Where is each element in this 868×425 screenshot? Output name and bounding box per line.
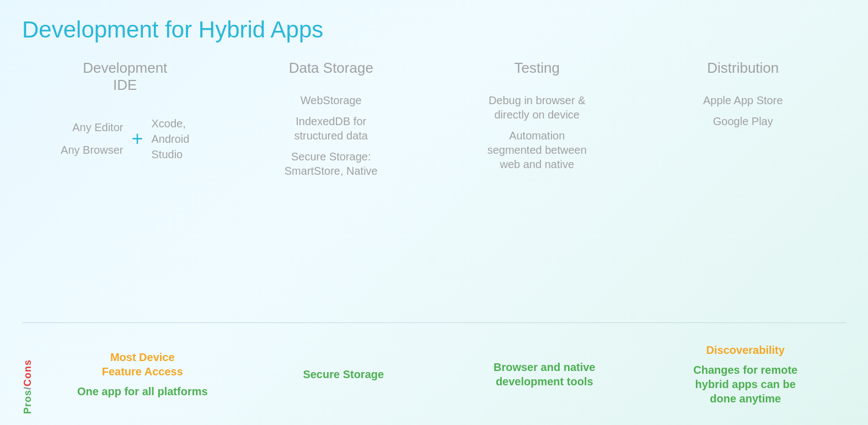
dev-ide-con: Most DeviceFeature Access: [102, 350, 183, 379]
pros-cons-section: Pros/Cons Most DeviceFeature Access One …: [22, 326, 846, 414]
data-storage-items: WebStorage IndexedDB forstructured data …: [285, 93, 378, 178]
any-editor-label: Any Editor: [72, 121, 123, 134]
dev-ide-right: Xcode, Android Studio: [151, 116, 189, 162]
page-title: Development for Hybrid Apps: [22, 17, 846, 43]
column-dev-ide: DevelopmentIDE Any Editor Any Browser + …: [22, 60, 228, 314]
cons-label: Cons: [22, 359, 34, 386]
main-content: DevelopmentIDE Any Editor Any Browser + …: [22, 60, 846, 414]
debug-item: Debug in browser &directly on device: [489, 93, 586, 122]
data-storage-pro: Secure Storage: [303, 367, 384, 381]
pros-cons-dev-ide: Most DeviceFeature Access One app for al…: [42, 334, 243, 414]
dev-ide-content: Any Editor Any Browser + Xcode, Android …: [61, 116, 189, 162]
automation-item: Automationsegmented betweenweb and nativ…: [487, 128, 587, 171]
distribution-con: Discoverability: [706, 343, 785, 357]
plus-icon: +: [131, 127, 143, 150]
secure-storage-item: Secure Storage:SmartStore, Native: [285, 149, 378, 178]
column-data-storage: Data Storage WebStorage IndexedDB forstr…: [228, 60, 435, 314]
dev-ide-pro: One app for all platforms: [77, 384, 208, 399]
pros-cons-vertical-label: Pros/Cons: [22, 334, 34, 414]
android-studio-label2: Studio: [151, 147, 183, 162]
testing-items: Debug in browser &directly on device Aut…: [487, 93, 587, 171]
pros-label: Pros: [22, 390, 34, 414]
pros-cons-columns: Most DeviceFeature Access One app for al…: [42, 334, 846, 414]
columns-section: DevelopmentIDE Any Editor Any Browser + …: [22, 60, 846, 320]
dev-ide-left: Any Editor Any Browser: [61, 121, 123, 157]
column-distribution: Distribution Apple App Store Google Play: [640, 60, 846, 314]
section-divider: [22, 322, 846, 323]
apple-app-store-item: Apple App Store: [703, 93, 783, 107]
column-testing: Testing Debug in browser &directly on de…: [434, 60, 640, 314]
col-header-testing: Testing: [515, 60, 560, 77]
col-header-distribution: Distribution: [707, 60, 779, 77]
any-browser-label: Any Browser: [61, 144, 123, 157]
android-studio-label: Android: [151, 131, 189, 147]
col-header-dev-ide: DevelopmentIDE: [83, 60, 167, 94]
pros-cons-data-storage: Secure Storage: [243, 334, 444, 414]
xcode-label: Xcode,: [151, 116, 185, 131]
pros-cons-distribution: Discoverability Changes for remotehybrid…: [645, 334, 846, 414]
google-play-item: Google Play: [713, 114, 773, 128]
pros-cons-label-container: Pros/Cons: [22, 334, 34, 414]
testing-pro: Browser and nativedevelopment tools: [494, 360, 596, 389]
webstorage-item: WebStorage: [301, 93, 362, 107]
col-header-data-storage: Data Storage: [289, 60, 373, 77]
pros-cons-testing: Browser and nativedevelopment tools: [444, 334, 645, 414]
indexeddb-item: IndexedDB forstructured data: [294, 114, 368, 143]
distribution-items: Apple App Store Google Play: [703, 93, 783, 128]
distribution-pro: Changes for remotehybrid apps can bedone…: [693, 363, 797, 406]
